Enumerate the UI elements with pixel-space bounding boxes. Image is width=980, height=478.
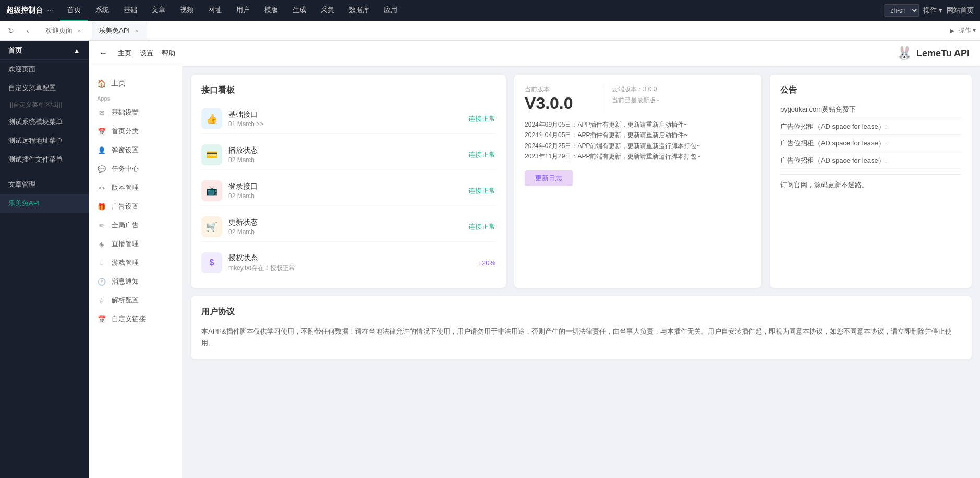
language-select[interactable]: zh-cn en [884,4,919,17]
interface-board-card: 接口看板 👍 基础接口 01 March >> 连接正常 [191,75,506,288]
live-mgmt-icon: ◈ [97,240,106,248]
nav-item-home[interactable]: 首页 [60,0,88,21]
play-status-icon: 💳 [201,144,222,165]
logo-icon: 🐰 [897,46,912,60]
task-center-icon: 💬 [97,165,106,173]
left-item-notify[interactable]: 🕐 消息通知 [89,273,182,290]
login-interface-icon: 📺 [201,180,222,201]
version-mgmt-icon: <> [97,185,106,191]
play-status-status: 连接正常 [468,150,495,160]
home-category-icon: 📅 [97,128,106,136]
sidebar-item-lemetuapi[interactable]: 乐美兔API [0,194,89,213]
tab-welcome-close[interactable]: × [76,27,83,34]
nav-item-template[interactable]: 模版 [257,0,285,21]
update-status-info: 更新状态 02 March [228,218,462,236]
sidebar-item-testremote[interactable]: 测试远程地址菜单 [0,131,89,150]
left-item-live-mgmt[interactable]: ◈ 直播管理 [89,235,182,253]
left-item-version-mgmt[interactable]: <> 版本管理 [89,179,182,197]
version-number: V3.0.0 [525,94,595,113]
tab-lemetuapi-label: 乐美兔API [99,26,130,35]
nav-item-article[interactable]: 文章 [144,0,173,21]
interface-item-auth: $ 授权状态 mkey.txt存在！授权正常 +20% [201,248,495,277]
nav-item-generate[interactable]: 生成 [285,0,313,21]
agreement-card: 用户协议 本APP&插件脚本仅供学习使用，不附带任何数据！请在当地法律允许的情况… [191,296,972,359]
announce-item-2: 广告位招租（AD space for lease）. [780,121,961,136]
left-item-custom-link[interactable]: 📅 自定义链接 [89,310,182,328]
announce-item-3: 广告位招租（AD space for lease）. [780,138,961,152]
nav-item-user[interactable]: 用户 [229,0,257,21]
left-item-basic-settings[interactable]: ✉ 基础设置 [89,104,182,121]
auth-status-info: 授权状态 mkey.txt存在！授权正常 [228,253,471,273]
sidebar: 首页 ▲ 欢迎页面 自定义菜单配置 |||自定义菜单区域||| 测试系统模块菜单… [0,41,89,478]
announce-item-5: 订阅官网，源码更新不迷路。 [780,180,961,193]
sidebar-item-articlemgmt[interactable]: 文章管理 [0,175,89,194]
left-item-popup-settings[interactable]: 👤 弹窗设置 [89,141,182,159]
play-status-name: 播放状态 [228,146,462,155]
announce-list: bygoukai.com黄钻免费下 广告位招租（AD space for lea… [780,104,961,193]
inner-settings-link[interactable]: 设置 [140,48,153,58]
parse-config-icon: ☆ [97,297,106,304]
top-navigation: 超级控制台 ··· 首页 系统 基础 文章 视频 网址 用户 模版 生成 采集 … [0,0,980,21]
sidebar-item-welcome[interactable]: 欢迎页面 [0,60,89,79]
more-options-icon[interactable]: ··· [47,6,54,15]
interface-item-login: 📺 登录接口 02 March 连接正常 [201,176,495,206]
sidebar-collapse-icon[interactable]: ▲ [73,46,80,55]
game-mgmt-icon: ≡ [97,259,106,267]
tab-lemetuapi-close[interactable]: × [133,27,140,34]
left-item-game-mgmt[interactable]: ≡ 游戏管理 [89,254,182,272]
inner-home-link[interactable]: 主页 [118,48,131,58]
nav-item-apps[interactable]: 应用 [377,0,405,21]
action-dropdown[interactable]: 操作 ▾ [923,6,942,15]
announce-title: 公告 [780,85,961,96]
update-log-button[interactable]: 更新日志 [525,170,573,186]
left-item-ad-settings[interactable]: 🎁 广告设置 [89,198,182,215]
sidebar-item-testmodule[interactable]: 测试系统模块菜单 [0,113,89,131]
tab-bar-right-action[interactable]: ▶ 操作 ▾ [950,26,976,35]
nav-item-url[interactable]: 网址 [201,0,229,21]
parse-config-label: 解析配置 [112,296,139,305]
back-button[interactable]: ‹ [21,24,34,38]
inner-back-button[interactable]: ← [99,48,107,58]
ad-settings-label: 广告设置 [112,202,139,211]
content-area: ← 主页 设置 帮助 🐰 LemeTu API 🏠 主页 Apps [89,41,980,478]
sidebar-item-custommenu[interactable]: 自定义菜单配置 [0,79,89,97]
nav-item-video[interactable]: 视频 [173,0,201,21]
nav-item-collect[interactable]: 采集 [313,0,342,21]
forward-icon[interactable]: ▶ [950,27,954,34]
tab-bar-controls: ↻ ‹ [4,24,34,38]
left-item-global-ad[interactable]: ✏ 全局广告 [89,216,182,234]
interface-list: 👍 基础接口 01 March >> 连接正常 💳 [201,104,495,277]
notify-icon: 🕐 [97,278,106,286]
auth-status-icon: $ [201,252,222,273]
tab-lemetuapi[interactable]: 乐美兔API × [92,22,147,40]
site-home-link[interactable]: 网站首页 [947,6,974,15]
nav-item-system[interactable]: 系统 [88,0,116,21]
custom-link-label: 自定义链接 [112,314,146,324]
left-panel-home[interactable]: 🏠 主页 [89,75,182,92]
announce-separator [780,174,961,175]
agreement-text: 本APP&插件脚本仅供学习使用，不附带任何数据！请在当地法律允许的情况下使用，用… [201,326,961,349]
ad-settings-icon: 🎁 [97,203,106,211]
refresh-button[interactable]: ↻ [4,24,18,38]
tab-welcome[interactable]: 欢迎页面 × [39,22,90,40]
tab-action-label[interactable]: 操作 ▾ [959,26,976,35]
left-item-home-category[interactable]: 📅 首页分类 [89,122,182,140]
basic-interface-info: 基础接口 01 March >> [228,110,462,128]
login-interface-date: 02 March [228,192,462,200]
top-nav-menu: 首页 系统 基础 文章 视频 网址 用户 模版 生成 采集 数据库 应用 [60,0,884,21]
sidebar-item-testplugin[interactable]: 测试插件文件菜单 [0,150,89,169]
inner-help-link[interactable]: 帮助 [162,48,175,58]
tab-bar: ↻ ‹ 欢迎页面 × 乐美兔API × ▶ 操作 ▾ [0,21,980,41]
right-content: 接口看板 👍 基础接口 01 March >> 连接正常 [183,66,980,478]
basic-interface-date: 01 March >> [228,120,462,128]
login-interface-info: 登录接口 02 March [228,182,462,200]
interface-item-play: 💳 播放状态 02 March 连接正常 [201,140,495,170]
left-item-task-center[interactable]: 💬 任务中心 [89,160,182,178]
interface-board-title: 接口看板 [201,85,495,96]
nav-item-basic[interactable]: 基础 [116,0,144,21]
version-top: 当前版本 V3.0.0 云端版本：3.0.0 当前已是最新版~ [525,85,751,113]
login-interface-name: 登录接口 [228,182,462,191]
left-item-parse-config[interactable]: ☆ 解析配置 [89,291,182,309]
sidebar-item-customregion: |||自定义菜单区域||| [0,97,89,113]
nav-item-database[interactable]: 数据库 [342,0,377,21]
